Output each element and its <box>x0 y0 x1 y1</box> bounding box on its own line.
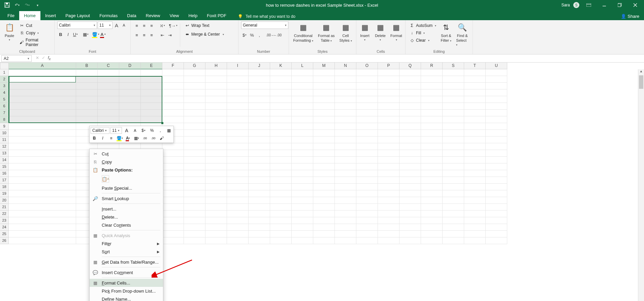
cell[interactable] <box>9 224 76 231</box>
cell[interactable] <box>9 110 76 116</box>
cell[interactable] <box>249 143 270 150</box>
cell[interactable] <box>184 96 205 103</box>
clear-button[interactable]: ◇Clear▾ <box>408 37 437 44</box>
cell[interactable] <box>356 123 378 130</box>
cell[interactable] <box>184 76 205 83</box>
redo-icon[interactable]: ↷ ▾ <box>24 2 30 8</box>
cell[interactable] <box>443 76 464 83</box>
cell[interactable] <box>464 204 486 211</box>
cell[interactable] <box>421 143 443 150</box>
copy-button[interactable]: ⎘Copy▾ <box>18 30 52 36</box>
cell[interactable] <box>464 170 486 177</box>
cell[interactable] <box>292 217 313 224</box>
cell[interactable] <box>9 83 76 89</box>
cell[interactable] <box>205 224 227 231</box>
cell[interactable] <box>270 170 292 177</box>
cell[interactable] <box>205 190 227 197</box>
align-right-button[interactable]: ≡ <box>148 32 155 38</box>
cell[interactable] <box>205 237 227 244</box>
cell[interactable] <box>464 217 486 224</box>
cell[interactable] <box>464 110 486 116</box>
cell[interactable] <box>9 76 76 83</box>
cell[interactable] <box>378 211 399 217</box>
cell[interactable] <box>313 69 335 76</box>
cell[interactable] <box>378 150 399 157</box>
cell[interactable] <box>119 76 141 83</box>
cell[interactable] <box>313 83 335 89</box>
tab-home[interactable]: Home <box>19 11 40 20</box>
enter-formula-icon[interactable]: ✓ <box>42 55 45 61</box>
borders-button[interactable]: ▦▾ <box>82 31 89 38</box>
cell[interactable] <box>486 116 507 123</box>
row-header[interactable]: 7 <box>0 110 9 116</box>
cell[interactable] <box>162 89 184 96</box>
cell[interactable] <box>76 96 98 103</box>
cell[interactable] <box>270 69 292 76</box>
cell[interactable] <box>399 224 421 231</box>
cell[interactable] <box>399 177 421 184</box>
row-header[interactable]: 16 <box>0 170 9 177</box>
ctx-define-name[interactable]: Define Name... <box>90 295 163 301</box>
cell[interactable] <box>313 224 335 231</box>
cell[interactable] <box>227 231 249 237</box>
format-as-table-button[interactable]: ▦ Format as Table ▾ <box>317 22 336 43</box>
cell[interactable] <box>227 123 249 130</box>
cell[interactable] <box>205 197 227 204</box>
cell[interactable] <box>464 231 486 237</box>
mini-shrink-font-button[interactable]: A <box>131 127 139 134</box>
cell[interactable] <box>464 76 486 83</box>
cell[interactable] <box>421 184 443 190</box>
cell[interactable] <box>335 211 356 217</box>
cell[interactable] <box>443 96 464 103</box>
cell[interactable] <box>378 163 399 170</box>
user-avatar[interactable]: S <box>573 2 579 8</box>
increase-decimal-button[interactable]: .00→ <box>267 32 273 38</box>
customize-qat-icon[interactable]: ▾ <box>34 2 40 8</box>
cell[interactable] <box>313 157 335 163</box>
cell[interactable] <box>162 83 184 89</box>
row-header[interactable]: 21 <box>0 204 9 211</box>
row-header[interactable]: 6 <box>0 103 9 110</box>
cell[interactable] <box>486 224 507 231</box>
cell[interactable] <box>270 83 292 89</box>
cell[interactable] <box>421 116 443 123</box>
cell[interactable] <box>421 103 443 110</box>
cell[interactable] <box>443 197 464 204</box>
cell[interactable] <box>249 83 270 89</box>
cell[interactable] <box>464 197 486 204</box>
cell[interactable] <box>184 143 205 150</box>
mini-currency-button[interactable]: $▾ <box>140 127 147 134</box>
maximize-icon[interactable] <box>614 0 626 10</box>
cell[interactable] <box>378 110 399 116</box>
cell[interactable] <box>184 83 205 89</box>
cell[interactable] <box>335 224 356 231</box>
cell[interactable] <box>421 190 443 197</box>
row-header[interactable]: 17 <box>0 177 9 184</box>
cell[interactable] <box>98 69 119 76</box>
cell[interactable] <box>292 184 313 190</box>
cell[interactable] <box>464 116 486 123</box>
cell[interactable] <box>399 103 421 110</box>
ctx-copy[interactable]: ⎘Copy <box>90 158 163 166</box>
cell[interactable] <box>486 197 507 204</box>
ctx-sort[interactable]: Sort▶ <box>90 248 163 256</box>
cell[interactable] <box>356 177 378 184</box>
cell[interactable] <box>486 110 507 116</box>
cell[interactable] <box>486 96 507 103</box>
cell[interactable] <box>443 116 464 123</box>
fill-color-button[interactable]: 🪣▾ <box>92 31 99 38</box>
cell[interactable] <box>292 170 313 177</box>
cell[interactable] <box>399 76 421 83</box>
scrollbar-thumb[interactable] <box>639 75 643 89</box>
cell[interactable] <box>335 83 356 89</box>
cell[interactable] <box>335 204 356 211</box>
cell[interactable] <box>356 89 378 96</box>
cell[interactable] <box>292 231 313 237</box>
cell[interactable] <box>184 116 205 123</box>
column-header[interactable]: B <box>76 63 98 69</box>
cell[interactable] <box>249 211 270 217</box>
row-header[interactable]: 12 <box>0 143 9 150</box>
cell[interactable] <box>335 143 356 150</box>
cell[interactable] <box>227 137 249 143</box>
cell[interactable] <box>9 231 76 237</box>
